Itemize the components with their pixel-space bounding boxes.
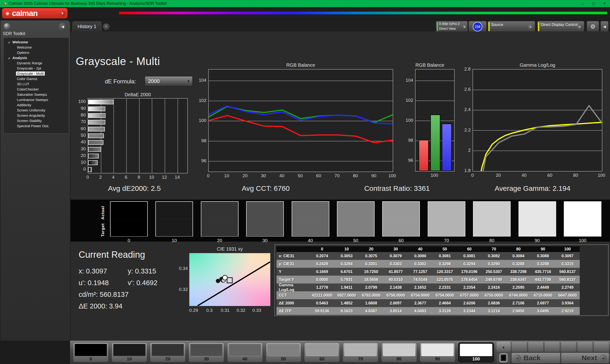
sidebar-orb-button[interactable] [4,23,11,30]
pattern-button-70[interactable]: 70 [343,342,378,362]
axis-tick-label: 60 [81,126,86,131]
table-cell: 0.3284 [334,261,359,266]
meter-mode: Direct View [439,27,456,30]
table-cell: 19.7250 [359,269,383,274]
toolbar-button-2[interactable] [528,341,544,352]
axis-tick-label: 2.4 [464,107,471,112]
pattern-button-label: 10 [112,356,147,362]
reading-table: 0102030405060708090100x: CIE310.20740.30… [276,246,580,315]
pattern-button-50[interactable]: 50 [266,342,301,362]
toolbar-button-6[interactable] [594,341,609,352]
sidebar-item-color-gamut[interactable]: Color Gamut [4,76,69,81]
sidebar-item-screen-angularity[interactable]: Screen Angularity [4,113,69,118]
collapse-right-icon[interactable]: ◀ [600,21,609,32]
sidebar-item-grayscale-2pt[interactable]: Grayscale - 2pt [4,66,69,71]
table-column-header: 60 [457,247,481,252]
table-row--e-itp: ΔE ITP59.91368.16234.83873.85144.04933.3… [276,307,580,315]
sidebar-item-saturation-sweeps[interactable]: Saturation Sweeps [4,92,69,97]
calman-logo-button[interactable]: ◈ calman ▼ [2,8,68,19]
toolbar-button-4[interactable] [561,341,576,352]
axis-tick-label: 0.3 [206,308,213,313]
axis-tick-label: 12 [162,174,167,180]
de-formula-select[interactable]: 2000 ▼ [145,76,193,86]
tab-history-1[interactable]: History 1 [72,21,102,31]
minimize-icon[interactable]: — [577,0,588,7]
sidebar-item-screen-stability[interactable]: Screen Stability [4,118,69,123]
table-cell: 121.0575 [432,277,457,282]
pattern-button-100[interactable]: 100 [458,342,494,362]
table-column-header: 10 [334,247,359,252]
gray-swatch-40: 40 [292,201,329,236]
stat-contrast-ratio: Contrast Ratio: 3361 [364,184,430,193]
reading-v-prime: v': 0.4692 [128,279,157,287]
next-label: Next [582,354,597,362]
expander-icon[interactable]: ◢ [8,55,10,61]
expander-icon[interactable]: ◢ [8,39,10,45]
maximize-icon[interactable]: ▢ [588,0,599,7]
axis-tick-label: 0.29 [189,308,198,313]
display-control-dropdown[interactable]: Direct Display Control ▼ [537,21,584,32]
logo-dropdown-icon[interactable]: ▼ [59,10,65,16]
source-dropdown[interactable]: Source ▼ [488,21,535,32]
pattern-button-20[interactable]: 20 [150,342,186,362]
pattern-button-30[interactable]: 30 [188,342,224,362]
sidebar-item-luminance-sweeps[interactable]: Luminance Sweeps [4,97,69,103]
swatch-label: 100 [564,238,601,243]
rgb-bar-blue [442,124,452,171]
chevron-down-icon[interactable]: ▼ [462,25,467,29]
toolbar-button-1[interactable] [511,341,527,352]
sidebar-item-screen-uniformity[interactable]: Screen Uniformity [4,108,69,113]
pattern-button-80[interactable]: 80 [381,342,417,362]
close-icon[interactable]: ✕ [599,0,610,7]
table-cell: 120.3317 [432,269,457,274]
toolbar-button-5[interactable] [577,341,593,352]
gray-swatch-90: 90 [519,201,556,236]
sidebar-item-additivity[interactable]: Additivity [4,103,69,108]
table-column-header: 50 [432,247,457,252]
sidebar-item-welcome[interactable]: ◢Welcome [4,39,69,45]
swatch-label: 50 [337,238,374,243]
table-cell: 41.8577 [383,269,408,274]
sidebar-item-dynamic-range[interactable]: Dynamic Range [4,61,69,66]
axis-tick-label: 14 [175,174,180,180]
back-button[interactable]: « Back [511,352,560,364]
table-cell: 0.3097 [555,254,580,259]
pattern-button-60[interactable]: 60 [304,342,340,362]
table-cell: 0.3081 [432,254,457,259]
pattern-button-10[interactable]: 10 [112,342,147,362]
axis-tick-label: 40 [81,139,86,145]
de-formula-row: dE Formula: 2000 ▼ [105,78,136,85]
table-cell: 6754.0000 [408,293,432,298]
sidebar-item-3d-lut[interactable]: 3D LUT [4,81,69,87]
sidebar-tree: ◢WelcomeWelcomeOptions◢AnalysisDynamic R… [3,37,69,134]
sidebar-item-colorchecker[interactable]: ColorChecker [4,87,69,92]
chart-title: Gamma Log/Log [472,62,602,68]
sidebar-item-welcome[interactable]: Welcome [4,45,69,50]
table-cell: 3.8514 [383,309,408,313]
chart-title: DeltaE 2000 [88,92,188,97]
gray-swatch-50: 50 [337,201,375,236]
pattern-button-0[interactable]: 0 [73,342,109,362]
add-tab-button[interactable]: + [103,23,110,30]
sidebar-collapse-icon[interactable]: ◀ [59,23,67,31]
chevron-down-icon[interactable]: ▼ [577,24,583,30]
sidebar-item-analysis[interactable]: ◢Analysis [4,55,69,61]
gear-icon[interactable]: ⚙ [587,21,599,32]
sidebar-item-grayscale-multi[interactable]: Grayscale - Multi [4,71,69,76]
table-cell: 3.2344 [457,309,481,313]
pattern-button-90[interactable]: 90 [420,342,455,362]
pattern-window-button[interactable] [497,352,510,363]
pattern-up-button[interactable]: ▲ [497,342,510,352]
pattern-button-40[interactable]: 40 [227,342,263,362]
next-button[interactable]: Next » [561,352,609,364]
chevron-down-icon[interactable]: ▼ [528,24,533,30]
sidebar-item-spectral-power-dist-[interactable]: Spectral Power Dist. [4,123,69,129]
sidebar-item-options[interactable]: Options [4,50,69,55]
axis-tick-label: 0.32 [237,308,246,313]
logo-bar: ◈ calman ▼ [0,7,610,19]
table-cell: 0.3294 [457,261,481,266]
table-cell: 2.0799 [359,285,383,290]
toolbar-button-3[interactable] [544,341,560,352]
meter-dropdown[interactable]: X-Rite i1Pro 2 Direct View ▼ [436,21,468,32]
cie-plot [189,253,271,306]
